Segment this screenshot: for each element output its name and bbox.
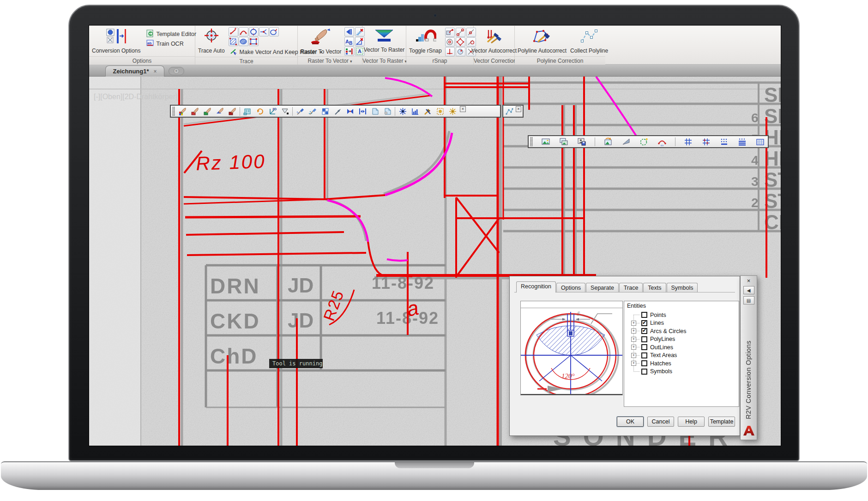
image-save-icon[interactable]: [576, 137, 588, 147]
smooth-starburst-icon[interactable]: [397, 106, 409, 117]
close-icon[interactable]: ×: [154, 68, 157, 75]
template-editor-button[interactable]: Template Editor: [145, 29, 198, 39]
checkbox-points[interactable]: [641, 312, 647, 318]
rsnap-center-button[interactable]: [445, 37, 455, 47]
palette-close-icon[interactable]: ×: [741, 277, 757, 284]
select-region-icon[interactable]: [434, 106, 446, 117]
checkbox-symbols[interactable]: [641, 369, 647, 375]
expand-icon[interactable]: +: [631, 328, 636, 334]
trace-auto-button[interactable]: Trace Auto: [196, 27, 227, 55]
page-corner-icon[interactable]: [369, 106, 381, 117]
checkbox-hatches[interactable]: [641, 360, 647, 366]
polyline-autocorrect-button[interactable]: Polyline Autocorrect: [516, 27, 568, 55]
raster-3d-icon[interactable]: 3D: [266, 106, 278, 117]
pennant-icon[interactable]: [620, 137, 632, 147]
rsnap-quadrant-button[interactable]: [456, 37, 465, 47]
document-tab[interactable]: Zeichnung1* ×: [105, 66, 164, 77]
toolbar-grip-handle[interactable]: [530, 137, 533, 146]
grid-bars-icon[interactable]: [736, 137, 748, 147]
despeckle-brush-icon[interactable]: [294, 106, 306, 117]
tab-options[interactable]: Options: [556, 283, 585, 292]
ok-button[interactable]: OK: [617, 417, 644, 427]
trace-arc-button[interactable]: [239, 27, 248, 36]
images-copy-icon[interactable]: [558, 137, 570, 147]
histogram-icon[interactable]: [409, 106, 421, 117]
grid-lines-icon[interactable]: [682, 137, 694, 147]
sun-filter-icon[interactable]: [446, 106, 458, 117]
entity-row-hatches[interactable]: +Hatches: [627, 359, 739, 368]
entity-row-text-areas[interactable]: +Text Areas: [627, 352, 739, 360]
raster-to-vector-button[interactable]: Raster To Vector: [299, 27, 344, 56]
toggle-rsnap-button[interactable]: Toggle rSnap: [407, 27, 444, 55]
mirror-bowtie-icon[interactable]: [344, 106, 356, 117]
template-button[interactable]: Template: [708, 417, 735, 427]
properties-menu-icon[interactable]: ▤: [743, 296, 754, 304]
red-curve-icon[interactable]: [656, 137, 668, 147]
grid-snap-icon[interactable]: [700, 137, 712, 147]
raster-objects-icon[interactable]: [241, 106, 253, 117]
tab-recognition[interactable]: Recognition: [516, 281, 556, 292]
fit-width-icon[interactable]: [356, 106, 368, 117]
entity-row-points[interactable]: +Points: [627, 311, 739, 319]
grid-wide-icon[interactable]: [754, 137, 766, 147]
page-corner-minus-icon[interactable]: [381, 106, 393, 117]
new-tab-button[interactable]: +: [169, 67, 184, 75]
polyline-tool-icon[interactable]: [505, 106, 514, 117]
trace-circle-button[interactable]: [249, 27, 259, 36]
color-reduce-button[interactable]: [344, 47, 354, 56]
repair-tools-icon[interactable]: [422, 106, 434, 117]
dashed-circle-icon[interactable]: [638, 137, 650, 147]
image-refresh-icon[interactable]: [602, 137, 614, 147]
entity-row-polylines[interactable]: +PolyLines: [627, 335, 739, 344]
raster-pick-green-icon[interactable]: [201, 106, 213, 117]
skip-to-start-button[interactable]: [344, 27, 354, 36]
tab-texts[interactable]: Texts: [643, 283, 666, 292]
tab-trace[interactable]: Trace: [619, 283, 643, 292]
toolbar-close-button[interactable]: ×: [516, 106, 521, 112]
cancel-button[interactable]: Cancel: [647, 417, 674, 427]
checkbox-polylines[interactable]: [641, 336, 647, 342]
checkbox-lines[interactable]: [641, 320, 647, 326]
raster-pick-red-icon[interactable]: [189, 106, 201, 117]
help-button[interactable]: Help: [678, 417, 705, 427]
collect-polyline-button[interactable]: Collect Polyline: [568, 27, 610, 55]
grid-dots-icon[interactable]: [718, 137, 730, 147]
expand-icon[interactable]: +: [631, 321, 636, 326]
trace-hatch-ellipse-button[interactable]: [239, 37, 248, 46]
trace-node-button[interactable]: [259, 27, 269, 36]
conversion-options-button[interactable]: Conversion Options: [90, 27, 142, 55]
vector-autocorrect-button[interactable]: Vector Autocorrect: [470, 27, 518, 55]
text-recognize-button[interactable]: AB: [344, 37, 354, 46]
checkbox-outlines[interactable]: [641, 344, 647, 350]
image-icon[interactable]: [540, 137, 552, 147]
raster-rotate-icon[interactable]: [254, 106, 266, 117]
rsnap-node-button[interactable]: [456, 47, 465, 56]
raster-edit-toolbar[interactable]: 3D ×: [170, 105, 501, 118]
checkbox-text-areas[interactable]: [641, 352, 647, 358]
expand-icon[interactable]: +: [631, 345, 636, 350]
picker-arrow-icon[interactable]: [332, 106, 344, 117]
group-label-raster-to-vector[interactable]: Raster To Vector▾: [298, 56, 362, 65]
toolbar-grip-handle[interactable]: [172, 107, 175, 116]
trace-line-button[interactable]: [229, 27, 238, 36]
viewport-controls-label[interactable]: [-][Oben][2D-Drahtkörper]: [94, 93, 177, 101]
entity-row-outlines[interactable]: +OutLines: [627, 343, 739, 352]
entity-row-symbols[interactable]: +Symbols: [627, 368, 739, 376]
tab-symbols[interactable]: Symbols: [667, 283, 698, 292]
rsnap-endpoint-button[interactable]: [456, 28, 465, 37]
entity-row-lines[interactable]: +Lines: [627, 319, 739, 328]
tab-separate[interactable]: Separate: [586, 283, 619, 292]
toolbar-close-button[interactable]: ×: [460, 106, 466, 112]
raster-filter-icon[interactable]: [279, 106, 291, 117]
trace-circle-select-button[interactable]: [269, 27, 279, 36]
train-ocr-button[interactable]: ab Train OCR: [145, 39, 198, 48]
raster-pick-color-icon[interactable]: [176, 106, 188, 117]
raster-pick-dark-icon[interactable]: [226, 106, 238, 117]
checkbox-arcs-circles[interactable]: [641, 328, 647, 334]
trace-rect-handles-button[interactable]: [249, 37, 259, 46]
clean-brush-icon[interactable]: [307, 106, 319, 117]
group-label-vector-to-raster[interactable]: Vector To Raster▾: [362, 56, 406, 65]
auto-hide-icon[interactable]: ◀: [743, 286, 754, 294]
trace-hatch-rect-button[interactable]: [229, 37, 238, 46]
entity-row-arcs-circles[interactable]: +Arcs & Circles: [627, 327, 739, 335]
